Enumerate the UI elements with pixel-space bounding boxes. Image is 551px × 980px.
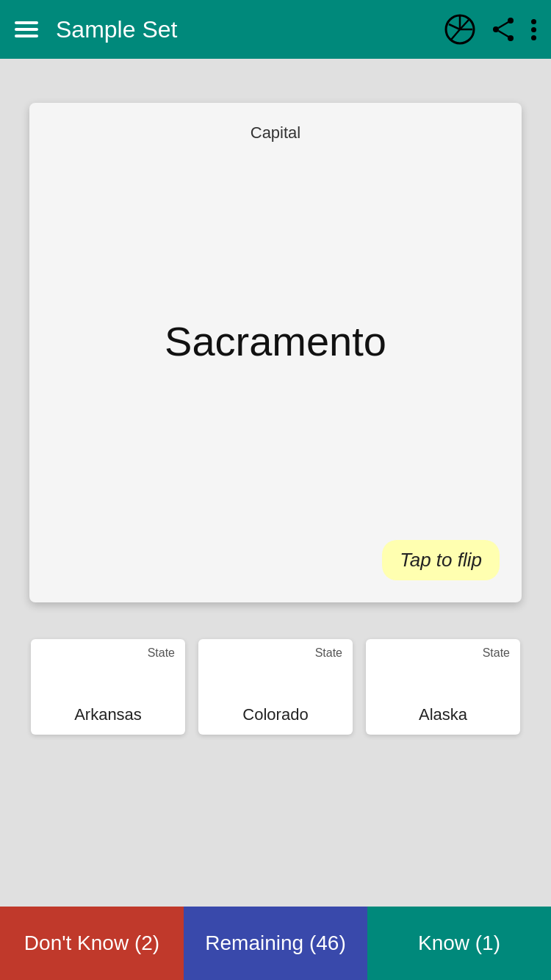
header-actions xyxy=(444,14,536,45)
preview-cards-row: State Arkansas State Colorado State Alas… xyxy=(18,639,533,735)
svg-line-10 xyxy=(499,31,509,37)
preview-card-label-1: State xyxy=(315,646,342,660)
preview-card-value-1: Colorado xyxy=(209,705,342,724)
more-options-icon[interactable] xyxy=(531,19,536,40)
menu-button[interactable] xyxy=(15,21,38,37)
svg-line-4 xyxy=(449,24,460,29)
flashcard-answer: Sacramento xyxy=(165,143,386,540)
share-icon[interactable] xyxy=(490,16,516,43)
svg-line-9 xyxy=(499,22,509,28)
remaining-button[interactable]: Remaining (46) xyxy=(184,907,367,980)
know-button[interactable]: Know (1) xyxy=(367,907,551,980)
svg-point-8 xyxy=(493,26,499,32)
preview-card-label-2: State xyxy=(483,646,510,660)
flashcard-label: Capital xyxy=(51,123,500,143)
app-header: Sample Set xyxy=(0,0,551,59)
preview-card-1[interactable]: State Colorado xyxy=(198,639,353,735)
wheel-icon[interactable] xyxy=(444,14,475,45)
preview-card-label-0: State xyxy=(148,646,175,660)
dont-know-button[interactable]: Don't Know (2) xyxy=(0,907,184,980)
preview-card-value-2: Alaska xyxy=(376,705,510,724)
svg-line-5 xyxy=(460,20,469,29)
main-content: Capital Sacramento Tap to flip State Ark… xyxy=(0,59,551,749)
preview-card-value-0: Arkansas xyxy=(41,705,175,724)
page-title: Sample Set xyxy=(56,16,444,43)
flashcard[interactable]: Capital Sacramento Tap to flip xyxy=(29,103,522,602)
preview-card-0[interactable]: State Arkansas xyxy=(31,639,185,735)
preview-card-2[interactable]: State Alaska xyxy=(366,639,520,735)
tap-to-flip-hint[interactable]: Tap to flip xyxy=(382,540,500,580)
bottom-action-bar: Don't Know (2) Remaining (46) Know (1) xyxy=(0,907,551,980)
svg-line-3 xyxy=(451,29,460,40)
